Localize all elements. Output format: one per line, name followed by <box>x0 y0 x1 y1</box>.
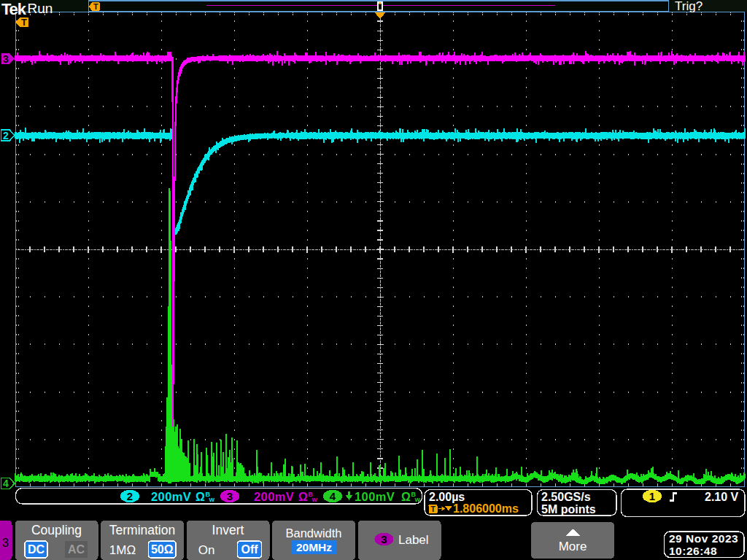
svg-text:29 Nov 2023: 29 Nov 2023 <box>669 532 738 545</box>
svg-text:20MHz: 20MHz <box>296 541 332 553</box>
svg-text:2.50GS/s: 2.50GS/s <box>541 491 591 503</box>
svg-text:T: T <box>93 2 98 11</box>
svg-text:Ω: Ω <box>401 491 411 503</box>
svg-text:100mV: 100mV <box>355 490 395 503</box>
svg-text:DC: DC <box>28 543 45 556</box>
svg-text:2: 2 <box>3 130 9 141</box>
svg-text:3: 3 <box>2 537 9 549</box>
svg-text:Bandwidth: Bandwidth <box>285 526 341 540</box>
svg-text:Ω: Ω <box>196 491 205 503</box>
svg-text:T: T <box>430 505 436 513</box>
svg-text:1MΩ: 1MΩ <box>109 543 136 557</box>
svg-text:Tek: Tek <box>1 0 27 18</box>
svg-text:T: T <box>21 17 27 28</box>
svg-text:On: On <box>198 543 215 557</box>
svg-text:More: More <box>559 540 587 553</box>
svg-text:50Ω: 50Ω <box>151 543 174 556</box>
svg-text:200mV: 200mV <box>254 490 294 503</box>
svg-text:Label: Label <box>398 533 429 547</box>
svg-text:Coupling: Coupling <box>31 523 82 537</box>
svg-text:3: 3 <box>227 490 233 502</box>
svg-text:200mV: 200mV <box>151 490 191 503</box>
svg-text:1: 1 <box>649 490 655 502</box>
svg-text:5M points: 5M points <box>541 503 596 516</box>
svg-text:2: 2 <box>127 490 133 502</box>
svg-text:10:26:48: 10:26:48 <box>669 545 717 557</box>
svg-text:AC: AC <box>68 543 85 556</box>
svg-text:1.806000ms: 1.806000ms <box>453 502 519 515</box>
svg-text:4: 4 <box>3 478 9 489</box>
svg-text:2.00µs: 2.00µs <box>429 491 465 503</box>
svg-text:3: 3 <box>3 53 9 65</box>
svg-text:W: W <box>415 497 421 503</box>
svg-text:Trig?: Trig? <box>675 0 703 13</box>
svg-text:4: 4 <box>330 490 336 502</box>
svg-text:3: 3 <box>381 533 387 545</box>
svg-text:2.10 V: 2.10 V <box>705 491 739 503</box>
svg-text:Off: Off <box>241 543 258 556</box>
svg-text:Ω: Ω <box>298 491 308 503</box>
svg-text:Run: Run <box>28 1 53 16</box>
svg-text:W: W <box>312 497 318 503</box>
svg-text:Invert: Invert <box>212 523 244 537</box>
svg-text:Termination: Termination <box>109 523 175 537</box>
svg-text:W: W <box>209 497 215 503</box>
